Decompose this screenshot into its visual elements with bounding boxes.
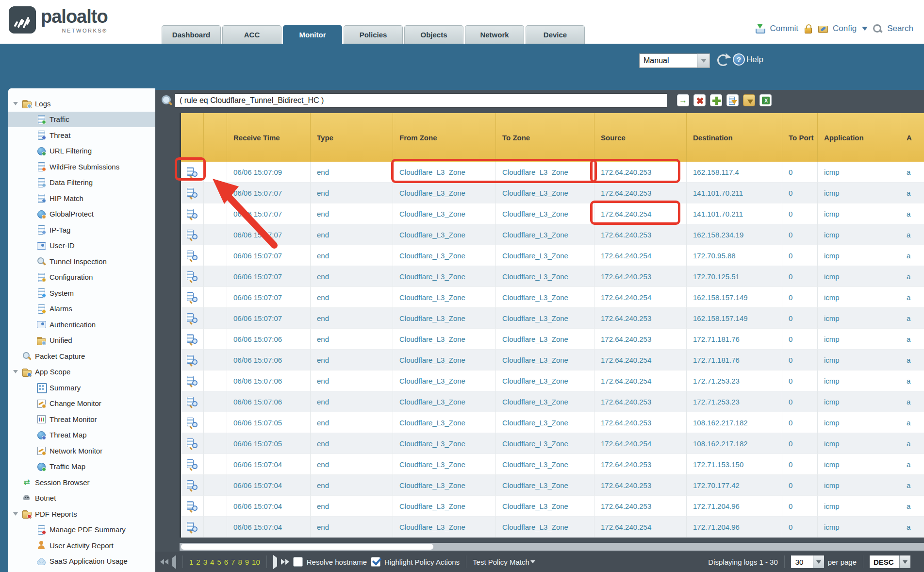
table-row[interactable]: 06/06 15:07:05endCloudflare_L3_ZoneCloud… bbox=[181, 412, 924, 433]
sidebar-item-authentication[interactable]: Authentication bbox=[8, 317, 155, 333]
table-row[interactable]: 06/06 15:07:07endCloudflare_L3_ZoneCloud… bbox=[181, 224, 924, 245]
previous-page-button[interactable] bbox=[172, 558, 176, 566]
page-number-9[interactable]: 9 bbox=[245, 558, 249, 566]
lock-icon[interactable] bbox=[803, 23, 813, 34]
sidebar-item-traffic-map[interactable]: Traffic Map bbox=[8, 459, 155, 475]
column-header-application[interactable]: Application bbox=[818, 113, 900, 162]
search-button[interactable]: Search bbox=[887, 24, 913, 34]
table-row[interactable]: 06/06 15:07:09endCloudflare_L3_ZoneCloud… bbox=[181, 162, 924, 183]
config-chevron-down-icon[interactable] bbox=[862, 27, 868, 31]
table-row[interactable]: 06/06 15:07:04endCloudflare_L3_ZoneCloud… bbox=[181, 496, 924, 517]
highlight-policy-actions-checkbox[interactable] bbox=[371, 557, 380, 567]
sidebar-item-unified[interactable]: Unified bbox=[8, 333, 155, 349]
sort-order-select[interactable]: DESC bbox=[870, 555, 900, 568]
sidebar-item-logs[interactable]: Logs bbox=[8, 96, 155, 112]
sidebar-item-data-filtering[interactable]: Data Filtering bbox=[8, 175, 155, 191]
log-detail-magnifier-icon[interactable] bbox=[186, 354, 198, 366]
table-row[interactable]: 06/06 15:07:04endCloudflare_L3_ZoneCloud… bbox=[181, 454, 924, 475]
last-page-button[interactable] bbox=[281, 559, 289, 565]
page-number-6[interactable]: 6 bbox=[224, 558, 228, 566]
table-row[interactable]: 06/06 15:07:06endCloudflare_L3_ZoneCloud… bbox=[181, 370, 924, 391]
sidebar-item-app-scope[interactable]: App Scope bbox=[8, 364, 155, 380]
expanded-triangle-icon[interactable] bbox=[13, 102, 18, 105]
sidebar-item-tunnel-inspection[interactable]: Tunnel Inspection bbox=[8, 253, 155, 269]
sidebar-item-hip-match[interactable]: HIP Match bbox=[8, 190, 155, 206]
sidebar-item-session-browser[interactable]: ⇄Session Browser bbox=[8, 474, 155, 490]
column-header-from-zone[interactable]: From Zone bbox=[393, 113, 496, 162]
page-number-2[interactable]: 2 bbox=[196, 558, 200, 566]
table-row[interactable]: 06/06 15:07:07endCloudflare_L3_ZoneCloud… bbox=[181, 183, 924, 203]
column-header-receive-time[interactable]: Receive Time bbox=[227, 113, 311, 162]
log-detail-magnifier-icon[interactable] bbox=[186, 459, 198, 470]
tab-monitor[interactable]: Monitor bbox=[283, 25, 342, 44]
sidebar-item-url-filtering[interactable]: URL Filtering bbox=[8, 143, 155, 159]
column-header-destination[interactable]: Destination bbox=[687, 113, 782, 162]
sidebar-item-threat-map[interactable]: Threat Map bbox=[8, 427, 155, 443]
log-detail-magnifier-icon[interactable] bbox=[186, 229, 198, 240]
clear-filter-button[interactable] bbox=[693, 94, 706, 106]
sidebar-item-globalprotect[interactable]: GlobalProtect bbox=[8, 206, 155, 222]
page-number-10[interactable]: 10 bbox=[252, 558, 260, 566]
sidebar-item-system[interactable]: System bbox=[8, 285, 155, 301]
expanded-triangle-icon[interactable] bbox=[13, 370, 18, 373]
export-to-csv-button[interactable] bbox=[759, 94, 772, 106]
table-row[interactable]: 06/06 15:07:04endCloudflare_L3_ZoneCloud… bbox=[181, 475, 924, 496]
sidebar-item-network-monitor[interactable]: Network Monitor bbox=[8, 443, 155, 459]
table-row[interactable]: 06/06 15:07:07endCloudflare_L3_ZoneCloud… bbox=[181, 266, 924, 287]
sidebar-item-manage-pdf-summary[interactable]: Manage PDF Summary bbox=[8, 522, 155, 538]
log-detail-magnifier-icon[interactable] bbox=[186, 271, 198, 282]
sidebar-item-packet-capture[interactable]: Packet Capture bbox=[8, 348, 155, 364]
sidebar-item-wildfire-submissions[interactable]: WildFire Submissions bbox=[8, 159, 155, 175]
sidebar-item-configuration[interactable]: Configuration bbox=[8, 269, 155, 286]
log-detail-magnifier-icon[interactable] bbox=[186, 396, 198, 407]
sidebar-item-change-monitor[interactable]: Change Monitor bbox=[8, 396, 155, 412]
table-row[interactable]: 06/06 15:07:06endCloudflare_L3_ZoneCloud… bbox=[181, 350, 924, 370]
page-number-4[interactable]: 4 bbox=[210, 558, 214, 566]
sidebar-item-threat-monitor[interactable]: Threat Monitor bbox=[8, 411, 155, 427]
column-header-a[interactable]: A bbox=[900, 113, 924, 162]
sidebar-item-botnet[interactable]: Botnet bbox=[8, 490, 155, 506]
column-header-type[interactable]: Type bbox=[311, 113, 393, 162]
sidebar-item-ip-tag[interactable]: IP-Tag bbox=[8, 222, 155, 238]
log-detail-magnifier-icon[interactable] bbox=[186, 292, 198, 303]
table-row[interactable]: 06/06 15:07:04endCloudflare_L3_ZoneCloud… bbox=[181, 517, 924, 538]
tab-policies[interactable]: Policies bbox=[344, 25, 403, 44]
apply-filter-button[interactable]: → bbox=[677, 94, 689, 106]
sidebar-item-saas-application-usage[interactable]: SaaS Application Usage bbox=[8, 554, 155, 570]
filter-builder-button[interactable] bbox=[726, 94, 739, 106]
help-control[interactable]: ? Help bbox=[733, 53, 763, 66]
log-detail-magnifier-icon[interactable] bbox=[186, 438, 198, 449]
log-detail-magnifier-icon[interactable] bbox=[186, 187, 198, 199]
load-filter-button[interactable] bbox=[743, 94, 755, 106]
table-row[interactable]: 06/06 15:07:07endCloudflare_L3_ZoneCloud… bbox=[181, 245, 924, 266]
log-detail-magnifier-icon[interactable] bbox=[186, 522, 198, 533]
column-header-source[interactable]: Source bbox=[594, 113, 687, 162]
sidebar-item-threat[interactable]: Threat bbox=[8, 127, 155, 143]
log-detail-magnifier-icon[interactable] bbox=[186, 313, 198, 324]
horizontal-scrollbar-thumb[interactable] bbox=[181, 544, 433, 550]
page-number-3[interactable]: 3 bbox=[203, 558, 207, 566]
config-button[interactable]: Config bbox=[833, 24, 857, 34]
tab-device[interactable]: Device bbox=[526, 25, 585, 44]
horizontal-scrollbar[interactable] bbox=[180, 543, 924, 551]
log-detail-magnifier-icon[interactable] bbox=[186, 167, 198, 178]
log-detail-magnifier-icon[interactable] bbox=[186, 501, 198, 512]
filter-input[interactable] bbox=[175, 93, 667, 108]
tab-acc[interactable]: ACC bbox=[222, 25, 281, 44]
table-row[interactable]: 06/06 15:07:06endCloudflare_L3_ZoneCloud… bbox=[181, 391, 924, 412]
test-policy-match-menu[interactable]: Test Policy Match bbox=[473, 558, 535, 566]
table-row[interactable]: 06/06 15:07:06endCloudflare_L3_ZoneCloud… bbox=[181, 329, 924, 350]
add-filter-button[interactable] bbox=[710, 94, 722, 106]
tab-objects[interactable]: Objects bbox=[404, 25, 463, 44]
tab-network[interactable]: Network bbox=[465, 25, 524, 44]
per-page-input[interactable]: 30 bbox=[791, 555, 813, 568]
per-page-dropdown-button[interactable] bbox=[813, 555, 824, 568]
first-page-button[interactable] bbox=[160, 559, 168, 565]
table-row[interactable]: 06/06 15:07:07endCloudflare_L3_ZoneCloud… bbox=[181, 308, 924, 329]
sidebar-item-user-activity-report[interactable]: User Activity Report bbox=[8, 538, 155, 554]
log-detail-magnifier-icon[interactable] bbox=[186, 375, 198, 387]
column-header-blank[interactable] bbox=[181, 113, 204, 162]
refresh-icon[interactable] bbox=[717, 54, 729, 66]
column-header-to-port[interactable]: To Port bbox=[782, 113, 818, 162]
refresh-interval-dropdown-button[interactable] bbox=[697, 53, 710, 68]
